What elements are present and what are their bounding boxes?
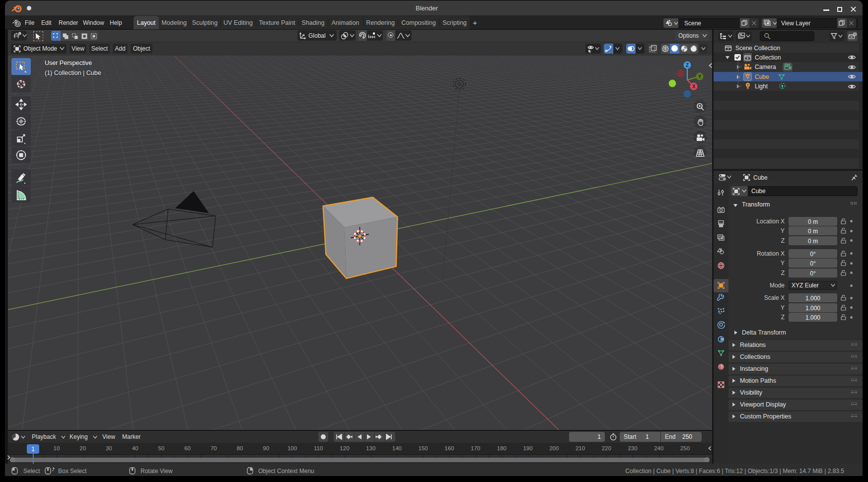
svg-text:X: X	[692, 84, 696, 89]
svg-text:Y: Y	[698, 74, 702, 79]
svg-text:Z: Z	[686, 63, 689, 68]
